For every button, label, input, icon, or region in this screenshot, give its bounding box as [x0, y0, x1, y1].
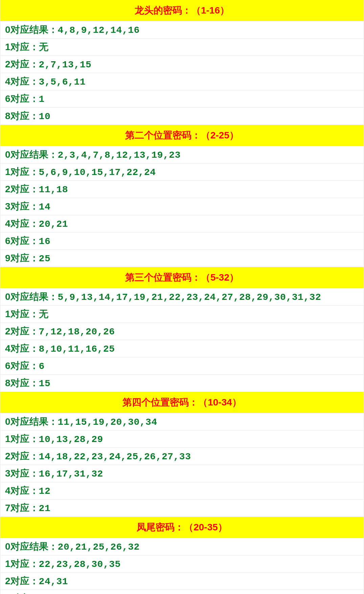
- row-label: 0对应结果：: [5, 541, 58, 552]
- row-value: 4,8,9,12,14,16: [58, 25, 140, 36]
- section-header: 第三个位置密码：（5-32）: [0, 267, 364, 288]
- section-header: 第二个位置密码：（2-25）: [0, 125, 364, 146]
- row-label: 0对应结果：: [5, 416, 58, 427]
- row-label: 1对应：: [5, 434, 39, 444]
- row-label: 4对应：: [5, 343, 39, 354]
- row-value: 2,3,4,7,8,12,13,19,23: [58, 150, 181, 160]
- row-label: 4对应：: [5, 218, 39, 229]
- row-value: 14,18,22,23,24,25,26,27,33: [39, 452, 191, 462]
- data-row: 0对应结果：20,21,25,26,32: [0, 538, 364, 555]
- data-row: 1对应：10,13,28,29: [0, 431, 364, 448]
- row-value: 16,17,31,32: [39, 469, 103, 479]
- row-label: 4对应：: [5, 485, 39, 496]
- row-value: 11,18: [39, 184, 68, 195]
- row-label: 0对应结果：: [5, 291, 58, 302]
- row-value: 20,21,25,26,32: [58, 542, 140, 552]
- row-value: 3,5,6,11: [39, 77, 86, 87]
- row-label: 3对应：: [5, 468, 39, 479]
- row-label: 1对应：: [5, 167, 39, 177]
- section-header: 凤尾密码：（20-35）: [0, 517, 364, 538]
- row-label: 1对应：: [5, 558, 39, 569]
- row-value: 21: [39, 503, 51, 514]
- row-value: 1: [39, 94, 45, 105]
- row-value: 15: [39, 378, 51, 389]
- row-label: 0对应结果：: [5, 149, 58, 160]
- data-row: 0对应结果：4,8,9,12,14,16: [0, 21, 364, 39]
- data-row: 2对应：14,18,22,23,24,25,26,27,33: [0, 448, 364, 465]
- row-value: 无: [39, 309, 49, 320]
- data-row: 1对应：无: [0, 39, 364, 56]
- data-row: 6对应：16: [0, 233, 364, 250]
- data-row: 4对应：8,10,11,16,25: [0, 340, 364, 357]
- row-label: 6对应：: [5, 236, 39, 246]
- data-row: 7对应：21: [0, 500, 364, 517]
- row-value: 16: [39, 236, 51, 247]
- data-row: 6对应：1: [0, 90, 364, 108]
- row-label: 6对应：: [5, 360, 39, 371]
- data-row: 2对应：7,12,18,20,26: [0, 323, 364, 340]
- row-label: 2对应：: [5, 451, 39, 461]
- row-value: 14: [39, 202, 51, 212]
- row-label: 2对应：: [5, 326, 39, 336]
- row-label: 8对应：: [5, 111, 39, 121]
- row-value: 10,13,28,29: [39, 434, 103, 445]
- row-value: 5,9,13,14,17,19,21,22,23,24,27,28,29,30,…: [58, 292, 321, 303]
- data-row: 4对应：20,21: [0, 215, 364, 233]
- row-label: 0对应结果：: [5, 24, 58, 35]
- row-value: 10: [39, 111, 51, 122]
- row-label: 6对应：: [5, 93, 39, 104]
- data-row: 0对应结果：2,3,4,7,8,12,13,19,23: [0, 146, 364, 163]
- data-row: 1对应：5,6,9,10,15,17,22,24: [0, 163, 364, 181]
- data-row: 2对应：2,7,13,15: [0, 56, 364, 73]
- row-value: 22,23,28,30,35: [39, 559, 121, 570]
- data-row: 8对应：15: [0, 375, 364, 392]
- row-label: 3对应：: [5, 201, 39, 212]
- data-row: 6对应：6: [0, 357, 364, 375]
- row-value: 12: [39, 486, 51, 497]
- row-value: 无: [39, 42, 49, 53]
- row-value: 2,7,13,15: [39, 60, 92, 70]
- row-label: 4对应：: [5, 76, 39, 87]
- data-row: 1对应：22,23,28,30,35: [0, 555, 364, 573]
- data-row: 9对应：25: [0, 250, 364, 267]
- data-row: 2对应：24,31: [0, 573, 364, 590]
- row-value: 25: [39, 254, 51, 264]
- row-label: 1对应：: [5, 309, 39, 319]
- row-value: 6: [39, 361, 45, 372]
- row-label: 2对应：: [5, 184, 39, 194]
- row-value: 7,12,18,20,26: [39, 327, 115, 337]
- data-row: 4对应：3,5,6,11: [0, 73, 364, 90]
- section-header: 龙头的密码：（1-16）: [0, 0, 364, 21]
- data-row: 2对应：11,18: [0, 181, 364, 198]
- data-row: 3对应：27: [0, 590, 364, 594]
- row-label: 1对应：: [5, 42, 39, 52]
- row-value: 20,21: [39, 219, 68, 229]
- data-row: 4对应：12: [0, 482, 364, 500]
- row-value: 24,31: [39, 576, 68, 587]
- row-label: 7对应：: [5, 503, 39, 513]
- row-value: 11,15,19,20,30,34: [58, 417, 157, 427]
- row-label: 9对应：: [5, 253, 39, 263]
- data-row: 3对应：14: [0, 198, 364, 215]
- data-row: 8对应：10: [0, 108, 364, 125]
- row-label: 2对应：: [5, 576, 39, 586]
- row-value: 8,10,11,16,25: [39, 344, 115, 354]
- row-label: 8对应：: [5, 378, 39, 388]
- data-row: 0对应结果：11,15,19,20,30,34: [0, 413, 364, 431]
- data-row: 0对应结果：5,9,13,14,17,19,21,22,23,24,27,28,…: [0, 288, 364, 306]
- data-row: 1对应：无: [0, 306, 364, 323]
- data-row: 3对应：16,17,31,32: [0, 465, 364, 482]
- data-table-container: 龙头的密码：（1-16）0对应结果：4,8,9,12,14,161对应：无2对应…: [0, 0, 364, 594]
- row-value: 5,6,9,10,15,17,22,24: [39, 167, 156, 178]
- row-label: 2对应：: [5, 59, 39, 69]
- section-header: 第四个位置密码：（10-34）: [0, 392, 364, 413]
